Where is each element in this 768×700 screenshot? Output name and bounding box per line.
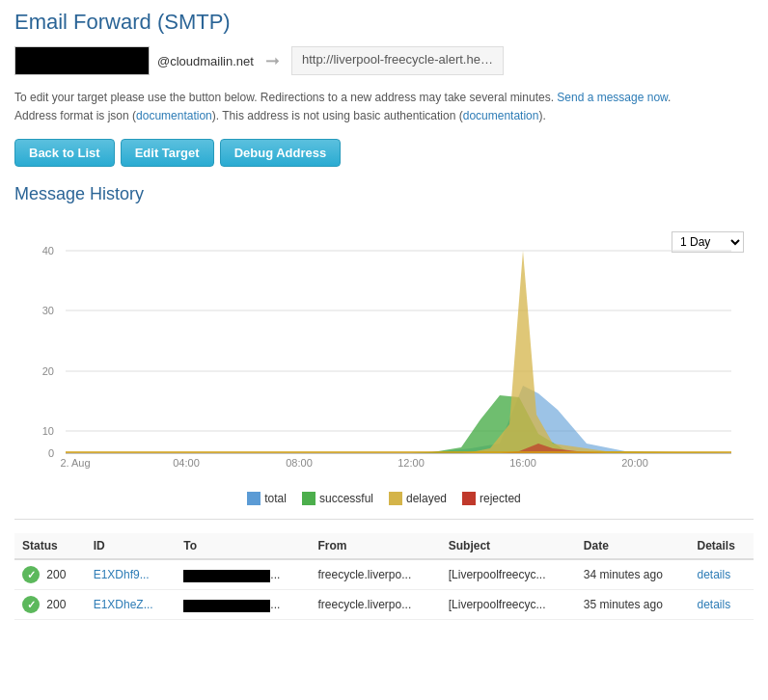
row2-details: details — [690, 590, 754, 620]
row1-from: freecycle.liverpo... — [311, 559, 441, 590]
row1-details-link[interactable]: details — [698, 568, 731, 581]
row2-id: E1XDheZ... — [86, 590, 177, 620]
svg-text:04:00: 04:00 — [173, 457, 200, 469]
legend-delayed-label: delayed — [406, 492, 447, 505]
action-buttons: Back to List Edit Target Debug Address — [14, 139, 754, 167]
svg-text:20: 20 — [42, 365, 54, 377]
row2-from: freecycle.liverpo... — [311, 590, 441, 620]
chart-successful-area — [66, 395, 731, 453]
row1-subject: [Liverpoolfreecyc... — [441, 559, 576, 590]
debug-address-button[interactable]: Debug Address — [220, 139, 342, 167]
legend-successful-label: successful — [319, 492, 373, 505]
doc-link-1[interactable]: documentation — [136, 109, 212, 122]
row1-date: 34 minutes ago — [576, 559, 690, 590]
svg-text:08:00: 08:00 — [286, 457, 313, 469]
svg-text:40: 40 — [42, 245, 54, 256]
legend-rejected: rejected — [462, 492, 521, 505]
chart-legend: total successful delayed rejected — [14, 492, 754, 505]
legend-rejected-box — [462, 492, 476, 505]
svg-text:0: 0 — [48, 447, 54, 459]
col-date: Date — [576, 533, 690, 559]
table-row: ✓ 200 E1XDheZ... ... freecycle.liverpo..… — [14, 590, 754, 620]
chart-svg: 40 30 20 10 0 2. Aug 04:00 08:00 12:00 1… — [27, 231, 741, 482]
row1-id: E1XDhf9... — [86, 559, 177, 590]
row1-status: ✓ 200 — [14, 559, 86, 590]
chart-delayed-area — [66, 251, 731, 453]
row1-details: details — [690, 559, 754, 590]
row2-details-link[interactable]: details — [698, 598, 731, 611]
back-to-list-button[interactable]: Back to List — [14, 139, 115, 167]
send-message-link[interactable]: Send a message now — [557, 91, 668, 104]
chart-container: 1 Day 7 Days 30 Days 40 30 20 10 0 2. Au… — [14, 231, 754, 482]
table-row: ✓ 200 E1XDhf9... ... freecycle.liverpo..… — [14, 559, 754, 590]
svg-text:12:00: 12:00 — [398, 457, 425, 469]
svg-text:20:00: 20:00 — [621, 457, 648, 469]
row2-to: ... — [176, 590, 310, 620]
legend-successful-box — [302, 492, 315, 505]
forward-arrow-icon: ➞ — [265, 50, 280, 71]
legend-rejected-label: rejected — [480, 492, 521, 505]
info-text: To edit your target please use the butto… — [14, 89, 754, 125]
row1-id-link[interactable]: E1XDhf9... — [94, 568, 150, 581]
col-to: To — [176, 533, 310, 559]
svg-text:10: 10 — [42, 425, 54, 437]
legend-total-box — [247, 492, 261, 505]
message-table: Status ID To From Subject Date Details ✓… — [14, 533, 754, 620]
col-id: ID — [86, 533, 177, 559]
col-subject: Subject — [441, 533, 576, 559]
row1-status-code: 200 — [46, 568, 66, 581]
status-icon-ok-2: ✓ — [22, 596, 40, 613]
legend-successful: successful — [302, 492, 373, 505]
row2-to-redacted — [183, 600, 270, 612]
row2-id-link[interactable]: E1XDheZ... — [94, 598, 153, 611]
email-forward-bar: @cloudmailin.net ➞ http://liverpool-free… — [14, 46, 754, 75]
page-title: Email Forward (SMTP) — [14, 10, 754, 35]
col-status: Status — [14, 533, 86, 559]
chart-area: 40 30 20 10 0 2. Aug 04:00 08:00 12:00 1… — [27, 231, 741, 482]
edit-target-button[interactable]: Edit Target — [121, 139, 214, 167]
row1-to-redacted — [183, 570, 270, 582]
message-history-title: Message History — [14, 184, 754, 204]
message-table-section: Status ID To From Subject Date Details ✓… — [14, 533, 754, 620]
row2-subject: [Liverpoolfreecyc... — [441, 590, 576, 620]
row2-date: 35 minutes ago — [576, 590, 690, 620]
email-domain: @cloudmailin.net — [157, 54, 254, 68]
svg-text:16:00: 16:00 — [509, 457, 536, 469]
email-prefix — [14, 46, 150, 75]
doc-link-2[interactable]: documentation — [463, 109, 539, 122]
target-url: http://liverpool-freecycle-alert.hero... — [291, 46, 504, 75]
status-icon-ok: ✓ — [22, 566, 40, 583]
col-details: Details — [690, 533, 754, 559]
legend-total-label: total — [264, 492, 287, 505]
svg-text:30: 30 — [42, 305, 54, 316]
legend-delayed-box — [389, 492, 402, 505]
row1-to: ... — [176, 559, 310, 590]
row2-status: ✓ 200 — [14, 590, 86, 620]
row2-status-code: 200 — [46, 598, 66, 611]
table-header-row: Status ID To From Subject Date Details — [14, 533, 754, 559]
legend-total: total — [247, 492, 287, 505]
divider — [14, 519, 754, 520]
legend-delayed: delayed — [389, 492, 447, 505]
chart-total-area — [66, 386, 731, 453]
svg-text:2. Aug: 2. Aug — [60, 457, 90, 469]
col-from: From — [311, 533, 441, 559]
